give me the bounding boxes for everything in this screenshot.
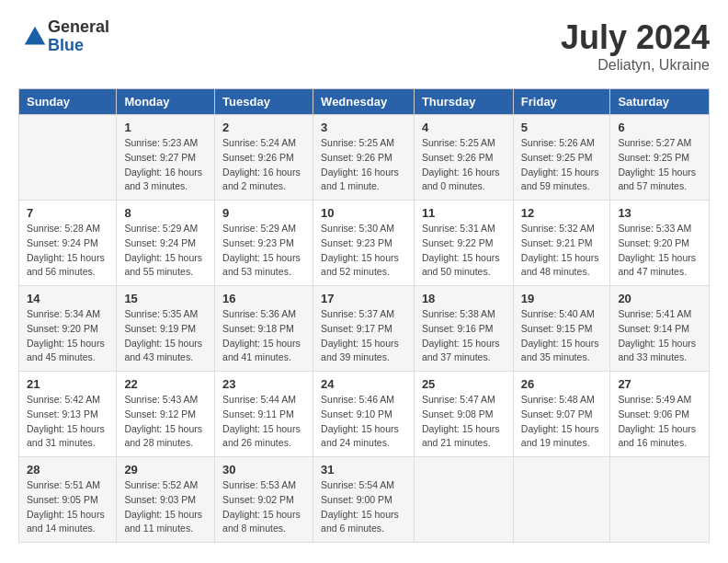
header-sunday: Sunday [19, 89, 117, 115]
day-number: 28 [27, 463, 108, 477]
day-number: 26 [521, 377, 603, 391]
day-info: Sunrise: 5:35 AMSunset: 9:19 PMDaylight:… [124, 308, 202, 362]
day-cell: 7Sunrise: 5:28 AMSunset: 9:24 PMDaylight… [19, 201, 117, 286]
day-info: Sunrise: 5:51 AMSunset: 9:05 PMDaylight:… [27, 479, 105, 534]
logo: General Blue [18, 18, 109, 55]
day-cell: 21Sunrise: 5:42 AMSunset: 9:13 PMDayligh… [19, 372, 117, 457]
day-number: 15 [124, 292, 207, 305]
day-info: Sunrise: 5:25 AMSunset: 9:26 PMDaylight:… [422, 137, 500, 191]
day-number: 25 [422, 377, 506, 391]
day-cell: 26Sunrise: 5:48 AMSunset: 9:07 PMDayligh… [513, 372, 610, 457]
day-info: Sunrise: 5:26 AMSunset: 9:25 PMDaylight:… [521, 137, 599, 191]
day-cell: 20Sunrise: 5:41 AMSunset: 9:14 PMDayligh… [610, 286, 710, 372]
day-cell: 12Sunrise: 5:32 AMSunset: 9:21 PMDayligh… [513, 201, 610, 286]
header-monday: Monday [117, 89, 215, 115]
week-row-1: 1Sunrise: 5:23 AMSunset: 9:27 PMDaylight… [19, 115, 710, 201]
week-row-2: 7Sunrise: 5:28 AMSunset: 9:24 PMDaylight… [19, 201, 710, 286]
day-info: Sunrise: 5:38 AMSunset: 9:16 PMDaylight:… [422, 308, 500, 362]
week-row-4: 21Sunrise: 5:42 AMSunset: 9:13 PMDayligh… [19, 372, 710, 457]
day-info: Sunrise: 5:40 AMSunset: 9:15 PMDaylight:… [521, 308, 599, 362]
day-number: 13 [618, 206, 701, 220]
week-row-3: 14Sunrise: 5:34 AMSunset: 9:20 PMDayligh… [19, 286, 710, 372]
day-number: 8 [124, 206, 207, 220]
header-tuesday: Tuesday [215, 89, 313, 115]
day-cell [513, 457, 610, 543]
logo-text: General Blue [48, 18, 109, 55]
day-info: Sunrise: 5:43 AMSunset: 9:12 PMDaylight:… [124, 394, 202, 448]
calendar-header-row: SundayMondayTuesdayWednesdayThursdayFrid… [19, 89, 710, 115]
day-cell: 5Sunrise: 5:26 AMSunset: 9:25 PMDaylight… [513, 115, 610, 201]
day-number: 19 [521, 292, 603, 305]
day-number: 21 [27, 377, 108, 391]
day-cell: 31Sunrise: 5:54 AMSunset: 9:00 PMDayligh… [313, 457, 415, 543]
location-title: Deliatyn, Ukraine [561, 57, 710, 74]
day-cell: 25Sunrise: 5:47 AMSunset: 9:08 PMDayligh… [414, 372, 513, 457]
day-info: Sunrise: 5:29 AMSunset: 9:23 PMDaylight:… [222, 223, 301, 277]
day-number: 24 [321, 377, 406, 391]
day-number: 14 [27, 292, 108, 305]
day-info: Sunrise: 5:24 AMSunset: 9:26 PMDaylight:… [222, 137, 301, 191]
day-number: 10 [321, 206, 406, 220]
day-info: Sunrise: 5:48 AMSunset: 9:07 PMDaylight:… [521, 394, 599, 448]
day-cell [19, 115, 117, 201]
day-info: Sunrise: 5:54 AMSunset: 9:00 PMDaylight:… [321, 479, 399, 534]
day-cell: 1Sunrise: 5:23 AMSunset: 9:27 PMDaylight… [117, 115, 215, 201]
day-number: 6 [618, 121, 701, 134]
day-cell [414, 457, 513, 543]
day-number: 9 [222, 206, 305, 220]
day-cell: 13Sunrise: 5:33 AMSunset: 9:20 PMDayligh… [610, 201, 710, 286]
month-title: July 2024 [561, 18, 710, 57]
day-cell: 2Sunrise: 5:24 AMSunset: 9:26 PMDaylight… [215, 115, 313, 201]
day-cell: 14Sunrise: 5:34 AMSunset: 9:20 PMDayligh… [19, 286, 117, 372]
day-info: Sunrise: 5:32 AMSunset: 9:21 PMDaylight:… [521, 223, 599, 277]
day-info: Sunrise: 5:25 AMSunset: 9:26 PMDaylight:… [321, 137, 399, 191]
week-row-5: 28Sunrise: 5:51 AMSunset: 9:05 PMDayligh… [19, 457, 710, 543]
day-info: Sunrise: 5:23 AMSunset: 9:27 PMDaylight:… [124, 137, 202, 191]
title-block: July 2024 Deliatyn, Ukraine [561, 18, 710, 74]
day-info: Sunrise: 5:33 AMSunset: 9:20 PMDaylight:… [618, 223, 696, 277]
day-number: 11 [422, 206, 506, 220]
day-number: 5 [521, 121, 603, 134]
day-number: 27 [618, 377, 701, 391]
day-cell: 11Sunrise: 5:31 AMSunset: 9:22 PMDayligh… [414, 201, 513, 286]
day-info: Sunrise: 5:27 AMSunset: 9:25 PMDaylight:… [618, 137, 696, 191]
day-cell: 23Sunrise: 5:44 AMSunset: 9:11 PMDayligh… [215, 372, 313, 457]
logo-general: General [48, 18, 109, 37]
day-number: 30 [222, 463, 305, 477]
day-cell: 4Sunrise: 5:25 AMSunset: 9:26 PMDaylight… [414, 115, 513, 201]
day-cell: 16Sunrise: 5:36 AMSunset: 9:18 PMDayligh… [215, 286, 313, 372]
logo-icon [22, 24, 48, 50]
header-friday: Friday [513, 89, 610, 115]
day-info: Sunrise: 5:47 AMSunset: 9:08 PMDaylight:… [422, 394, 500, 448]
day-info: Sunrise: 5:29 AMSunset: 9:24 PMDaylight:… [124, 223, 202, 277]
day-number: 1 [124, 121, 207, 134]
day-cell: 18Sunrise: 5:38 AMSunset: 9:16 PMDayligh… [414, 286, 513, 372]
day-cell: 27Sunrise: 5:49 AMSunset: 9:06 PMDayligh… [610, 372, 710, 457]
day-number: 20 [618, 292, 701, 305]
day-cell: 22Sunrise: 5:43 AMSunset: 9:12 PMDayligh… [117, 372, 215, 457]
svg-marker-0 [25, 27, 45, 45]
day-cell: 30Sunrise: 5:53 AMSunset: 9:02 PMDayligh… [215, 457, 313, 543]
day-number: 17 [321, 292, 406, 305]
logo-blue: Blue [48, 37, 109, 55]
page-header: General Blue July 2024 Deliatyn, Ukraine [18, 18, 710, 74]
day-info: Sunrise: 5:36 AMSunset: 9:18 PMDaylight:… [222, 308, 301, 362]
day-cell: 24Sunrise: 5:46 AMSunset: 9:10 PMDayligh… [313, 372, 415, 457]
day-info: Sunrise: 5:30 AMSunset: 9:23 PMDaylight:… [321, 223, 399, 277]
day-number: 12 [521, 206, 603, 220]
day-cell: 8Sunrise: 5:29 AMSunset: 9:24 PMDaylight… [117, 201, 215, 286]
day-number: 31 [321, 463, 406, 477]
day-info: Sunrise: 5:41 AMSunset: 9:14 PMDaylight:… [618, 308, 696, 362]
day-cell [610, 457, 710, 543]
day-number: 16 [222, 292, 305, 305]
calendar-table: SundayMondayTuesdayWednesdayThursdayFrid… [18, 88, 710, 543]
day-cell: 3Sunrise: 5:25 AMSunset: 9:26 PMDaylight… [313, 115, 415, 201]
day-cell: 15Sunrise: 5:35 AMSunset: 9:19 PMDayligh… [117, 286, 215, 372]
day-info: Sunrise: 5:37 AMSunset: 9:17 PMDaylight:… [321, 308, 399, 362]
day-cell: 17Sunrise: 5:37 AMSunset: 9:17 PMDayligh… [313, 286, 415, 372]
day-info: Sunrise: 5:52 AMSunset: 9:03 PMDaylight:… [124, 479, 202, 534]
day-number: 22 [124, 377, 207, 391]
day-number: 18 [422, 292, 506, 305]
day-cell: 9Sunrise: 5:29 AMSunset: 9:23 PMDaylight… [215, 201, 313, 286]
day-cell: 19Sunrise: 5:40 AMSunset: 9:15 PMDayligh… [513, 286, 610, 372]
